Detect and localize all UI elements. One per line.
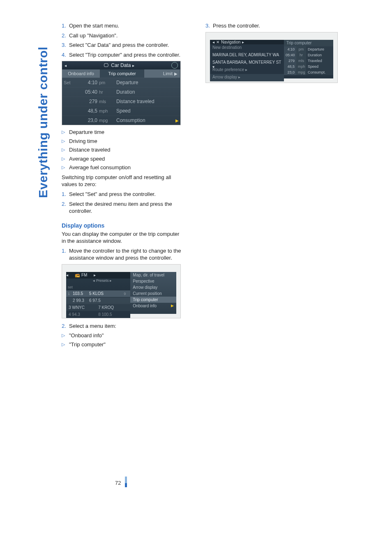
preset-freq: 8 100.5 [98, 312, 128, 317]
preset-station: 5 KLOS [89, 291, 124, 296]
trip-cell-u: mls [296, 58, 306, 64]
right-column: 3.Press the controller. ◂ ✕ Navigation ▸… [205, 22, 329, 87]
list-item: Average speed [69, 155, 105, 163]
left-column: 1.Open the start menu. 2.Call up "Naviga… [62, 22, 185, 350]
steps-open-trip-computer: 1.Open the start menu. 2.Call up "Naviga… [62, 22, 185, 58]
assistance-menu-item: Onboard info▶ [130, 303, 176, 309]
preset-station: 3 WNYC [69, 305, 98, 310]
trip-cell-v: 4:10 [284, 46, 296, 52]
trip-row: 05:40hrDuration [62, 87, 180, 97]
trip-cell-u: mpg [296, 69, 306, 75]
steps-display-1: 1.Move the controller to the right to ch… [62, 247, 185, 262]
steps-press-controller: 3.Press the controller. [205, 22, 329, 30]
trip-cell-u: hr [296, 52, 306, 58]
trip-cell-l: Traveled [306, 58, 333, 64]
close-icon: ✕ [216, 40, 219, 44]
trip-cell-u: pm [296, 46, 306, 52]
step-text: Select "Trip computer" and press the con… [69, 51, 180, 59]
switching-paragraph: Switching trip computer on/off and reset… [62, 174, 185, 188]
trip-cell-v: 05:40 [284, 52, 296, 58]
nav-menu-item: Arrow display ▸ [210, 74, 284, 81]
step-number: 1. [62, 22, 69, 30]
step-text: Open the start menu. [69, 22, 119, 30]
step-text: Move the controller to the right to chan… [69, 247, 185, 262]
step-text: Select a menu item: [69, 322, 116, 330]
nav-right-icon: ▸ [94, 273, 96, 277]
screen-icon: 🖵 [104, 62, 108, 68]
triangle-icon: ▷ [62, 138, 69, 144]
navigation-assistance-screenshot: ◂ ✕ Navigation ▸ New destinationMARINA D… [205, 32, 338, 83]
radio-icon: 📻 [75, 273, 80, 277]
fm-label: FM [81, 273, 87, 277]
nav-menu-item: SANTA BARBARA, MONTERREY ST ▾ [210, 59, 284, 67]
preset-num: 1 [68, 292, 73, 296]
step-text: Select "Set" and press the controller. [69, 191, 156, 198]
list-item: Departure time [69, 129, 104, 136]
step-number: 1. [62, 247, 69, 255]
triangle-icon: ▷ [62, 332, 69, 339]
nav-left-icon: ◂ [212, 40, 214, 44]
triangle-icon: ▷ [62, 129, 69, 135]
trip-cell-l: Duration [306, 52, 333, 58]
triangle-icon: ▷ [62, 146, 69, 153]
nav-menu-item: MARINA DEL REY, ADMIRALTY WA [210, 52, 284, 59]
menu-item-sublist: ▷"Onboard info" ▷"Trip computer" [62, 332, 185, 348]
step-number: 2. [62, 200, 69, 208]
presets-label: ◂ Presets ▸ [66, 279, 130, 284]
nav-left-icon: ◂ [65, 63, 67, 68]
preset-freq: 2 99.3 [73, 298, 89, 303]
display-options-paragraph: You can display the computer or the trip… [62, 230, 185, 245]
preset-station: 6 97.5 [89, 298, 124, 303]
triangle-icon: ▷ [62, 341, 69, 348]
trip-cell-l: Speed [306, 64, 333, 69]
steps-display-2: 2.Select a menu item: [62, 322, 185, 330]
trip-row: 279mlsDistance traveled [62, 97, 180, 106]
tab-limit: Limit▶ [144, 69, 180, 78]
trip-cell-u: mph [296, 64, 306, 69]
step-text: Select "Car Data" and press the controll… [69, 41, 169, 49]
step-number: 4. [62, 51, 69, 59]
steps-reset: 1.Select "Set" and press the controller.… [62, 191, 185, 215]
screen-title: Car Data ▸ [111, 62, 134, 68]
tab-trip-computer: Trip computer [100, 69, 144, 78]
step-text: Press the controller. [213, 22, 260, 30]
heading-display-options: Display options [62, 222, 185, 229]
set-label: set [66, 284, 130, 290]
assistance-menu-item: Current position [130, 290, 176, 297]
list-item: "Trip computer" [69, 341, 106, 348]
screen-title: Navigation [221, 40, 240, 44]
assistance-header: Trip computer [284, 40, 333, 46]
step-text: Call up "Navigation". [69, 32, 118, 39]
nav-left-icon: ◂ [66, 273, 68, 277]
trip-cell-v: 48,5 [284, 64, 296, 69]
triangle-icon: ▷ [62, 164, 69, 170]
page-number: 72 [115, 480, 121, 486]
trip-cell-l: Departure [306, 46, 333, 52]
step-text: Select the desired menu item and press t… [69, 200, 185, 215]
list-item: Driving time [69, 138, 97, 145]
nav-menu-item: New destination [210, 44, 284, 52]
nav-right-icon: ▸ [242, 40, 244, 44]
nav-menu-item: Route preference ▸ [210, 67, 284, 74]
list-item: Average fuel consumption [69, 164, 131, 171]
step-number: 3. [62, 41, 69, 49]
refresh-icon [171, 62, 178, 69]
preset-end: 9 [124, 292, 129, 296]
assistance-menu-item: Trip computer [130, 297, 176, 303]
page-marker-icon [125, 477, 127, 487]
section-side-title: Everything under control [36, 21, 50, 198]
preset-freq: 103.5 [73, 291, 89, 296]
list-item: Distance traveled [69, 146, 110, 154]
trip-row: 23,0mpgConsumption▶ [62, 115, 180, 125]
car-data-screenshot: ◂ 🖵 Car Data ▸ Onboard info Trip compute… [62, 61, 181, 125]
trip-cell-v: 23,0 [284, 69, 296, 75]
triangle-icon: ▷ [62, 155, 69, 162]
assistance-menu-item: Arrow display [130, 284, 176, 290]
assistance-menu-item: Perspective [130, 278, 176, 284]
trip-row: 48,5mphSpeed [62, 106, 180, 115]
step-number: 2. [62, 322, 69, 330]
step-number: 2. [62, 32, 69, 39]
step-number: 3. [205, 22, 213, 30]
preset-freq: 4 94.3 [69, 312, 98, 317]
trip-cell-l: Consumpt. [306, 69, 333, 75]
